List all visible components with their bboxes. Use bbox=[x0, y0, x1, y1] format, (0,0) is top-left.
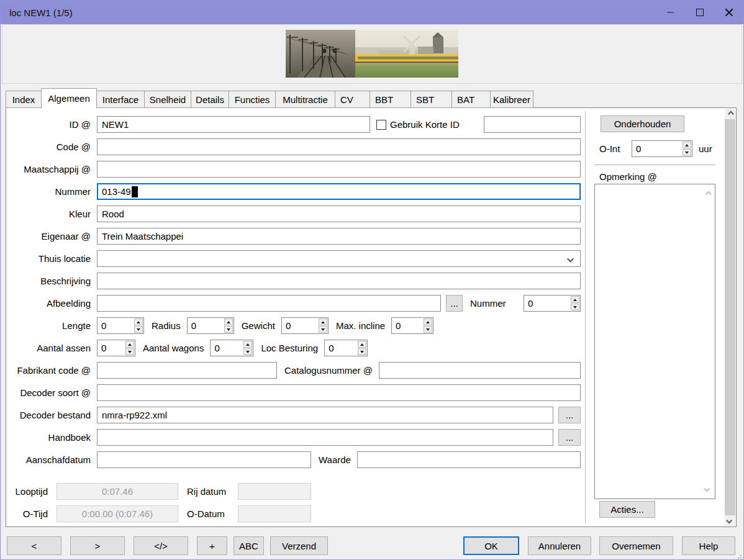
prev-loc-button[interactable]: < bbox=[7, 536, 61, 555]
row-decoder-soort: Decoder soort @ bbox=[6, 384, 581, 401]
maatschappij-input[interactable] bbox=[97, 161, 581, 178]
spin-up-button[interactable] bbox=[683, 142, 691, 148]
tab-kalibreer[interactable]: Kalibreer bbox=[490, 91, 533, 108]
waarde-input[interactable] bbox=[357, 451, 581, 468]
panel-scrollbar[interactable] bbox=[725, 109, 735, 526]
eigenaar-label: Eigenaar @ bbox=[6, 231, 97, 242]
aantal-assen-spinner[interactable]: 0 bbox=[97, 340, 135, 356]
beschrijving-input[interactable] bbox=[97, 273, 581, 289]
tab-sbt[interactable]: SBT bbox=[411, 91, 452, 108]
spin-down-button[interactable] bbox=[125, 348, 134, 355]
tab-snelheid[interactable]: Snelheid bbox=[144, 91, 191, 108]
tab-bbt[interactable]: BBT bbox=[370, 91, 411, 108]
add-button[interactable]: + bbox=[197, 536, 227, 555]
nummer-input[interactable]: 013-49 bbox=[97, 183, 581, 200]
scroll-down-icon bbox=[704, 486, 710, 492]
row-thuis-locatie: Thuis locatie bbox=[6, 250, 581, 267]
id-label: ID @ bbox=[6, 119, 97, 130]
lengte-label: Lengte bbox=[6, 320, 97, 331]
tab-details[interactable]: Details bbox=[191, 91, 229, 108]
row-aanschafdatum: Aanschafdatum Waarde bbox=[6, 451, 581, 468]
spin-up-button[interactable] bbox=[424, 318, 432, 325]
opmerking-textarea[interactable] bbox=[594, 184, 715, 499]
fabrikant-code-input[interactable] bbox=[97, 362, 277, 379]
maximize-button[interactable] bbox=[685, 1, 714, 24]
spin-up-button[interactable] bbox=[243, 341, 252, 348]
verzend-button[interactable]: Verzend bbox=[270, 536, 328, 555]
scrollbar-thumb[interactable] bbox=[725, 119, 735, 515]
onderhouden-button[interactable]: Onderhouden bbox=[601, 115, 684, 132]
minimize-button[interactable] bbox=[656, 1, 685, 24]
tab-functies[interactable]: Functies bbox=[229, 91, 276, 108]
aanschafdatum-input[interactable] bbox=[97, 451, 311, 468]
afbeelding-input[interactable] bbox=[97, 295, 441, 312]
tab-interface[interactable]: Interface bbox=[96, 91, 145, 108]
o-tijd-label: O-Tijd bbox=[11, 508, 48, 519]
loc-besturing-spinner[interactable]: 0 bbox=[324, 340, 368, 356]
scrollbar-down-button[interactable] bbox=[725, 515, 735, 526]
spin-down-button[interactable] bbox=[319, 326, 327, 333]
code-input[interactable] bbox=[97, 138, 581, 155]
maximize-icon bbox=[696, 9, 704, 16]
annuleren-button[interactable]: Annuleren bbox=[528, 536, 591, 555]
gebruik-korte-id-checkbox[interactable] bbox=[376, 120, 386, 130]
spin-down-button[interactable] bbox=[243, 348, 252, 355]
window-title: loc NEW1 (1/5) bbox=[9, 7, 73, 18]
spin-up-button[interactable] bbox=[571, 296, 579, 303]
separator bbox=[594, 165, 715, 165]
spin-down-button[interactable] bbox=[358, 348, 366, 355]
tab-algemeen[interactable]: Algemeen bbox=[41, 88, 97, 109]
spin-up-button[interactable] bbox=[134, 318, 143, 325]
acties-button[interactable]: Acties... bbox=[599, 501, 655, 518]
xml-code-button[interactable]: </> bbox=[134, 536, 188, 555]
spin-down-button[interactable] bbox=[134, 326, 143, 333]
tab-bat[interactable]: BAT bbox=[451, 91, 491, 108]
decoder-bestand-input[interactable]: nmra-rp922.xml bbox=[97, 407, 553, 423]
thuis-locatie-dropdown[interactable] bbox=[97, 250, 581, 267]
kleur-input[interactable]: Rood bbox=[97, 205, 581, 222]
nummer-value: 013-49 bbox=[102, 186, 131, 197]
overnemen-button[interactable]: Overnemen bbox=[599, 536, 673, 555]
decoder-bestand-browse-button[interactable]: ... bbox=[558, 407, 581, 423]
spin-up-button[interactable] bbox=[224, 318, 233, 325]
id-input[interactable]: NEW1 bbox=[97, 116, 370, 133]
resize-grip[interactable] bbox=[737, 554, 742, 559]
spin-up-button[interactable] bbox=[125, 341, 134, 348]
gewicht-spinner[interactable]: 0 bbox=[281, 317, 329, 334]
handboek-input[interactable] bbox=[97, 429, 553, 446]
decoder-soort-input[interactable] bbox=[97, 384, 581, 401]
row-o-tijd: O-Tijd 0:00.00 (0:07.46) O-Datum bbox=[6, 505, 581, 522]
o-int-spinner[interactable]: 0 bbox=[632, 140, 692, 157]
tab-label: Functies bbox=[235, 94, 270, 105]
afbeelding-browse-button[interactable]: ... bbox=[446, 295, 463, 312]
title-bar[interactable]: loc NEW1 (1/5) bbox=[1, 1, 743, 24]
radius-spinner[interactable]: 0 bbox=[187, 317, 234, 334]
lengte-spinner[interactable]: 0 bbox=[97, 317, 144, 334]
abc-button[interactable]: ABC bbox=[234, 536, 264, 555]
tab-index[interactable]: Index bbox=[6, 91, 42, 108]
eigenaar-input[interactable]: Trein Maatschappei bbox=[97, 228, 581, 245]
spin-down-button[interactable] bbox=[683, 149, 691, 156]
handboek-browse-button[interactable]: ... bbox=[558, 429, 581, 446]
maatschappij-label: Maatschappij @ bbox=[6, 164, 97, 174]
loc-besturing-value: 0 bbox=[325, 340, 357, 356]
max-incline-spinner[interactable]: 0 bbox=[391, 317, 433, 334]
catalogusnummer-input[interactable] bbox=[379, 362, 581, 379]
spin-up-button[interactable] bbox=[319, 318, 327, 325]
next-loc-button[interactable]: > bbox=[70, 536, 125, 555]
scrollbar-up-button[interactable] bbox=[725, 109, 735, 119]
help-button[interactable]: Help bbox=[682, 536, 735, 555]
spin-down-button[interactable] bbox=[571, 304, 579, 310]
gebruik-korte-id-label: Gebruik Korte ID bbox=[390, 119, 460, 130]
spin-up-button[interactable] bbox=[358, 341, 366, 348]
aantal-wagons-spinner[interactable]: 0 bbox=[210, 340, 253, 356]
ok-button[interactable]: OK bbox=[463, 536, 519, 555]
afbeelding-nummer-spinner[interactable]: 0 bbox=[524, 295, 581, 312]
tab-label: BAT bbox=[457, 94, 474, 105]
close-button[interactable] bbox=[714, 1, 743, 24]
short-id-input[interactable] bbox=[484, 116, 581, 133]
tab-cv[interactable]: CV bbox=[335, 91, 370, 108]
spin-down-button[interactable] bbox=[424, 326, 432, 333]
tab-multitractie[interactable]: Multitractie bbox=[275, 91, 335, 108]
spin-down-button[interactable] bbox=[224, 326, 233, 333]
